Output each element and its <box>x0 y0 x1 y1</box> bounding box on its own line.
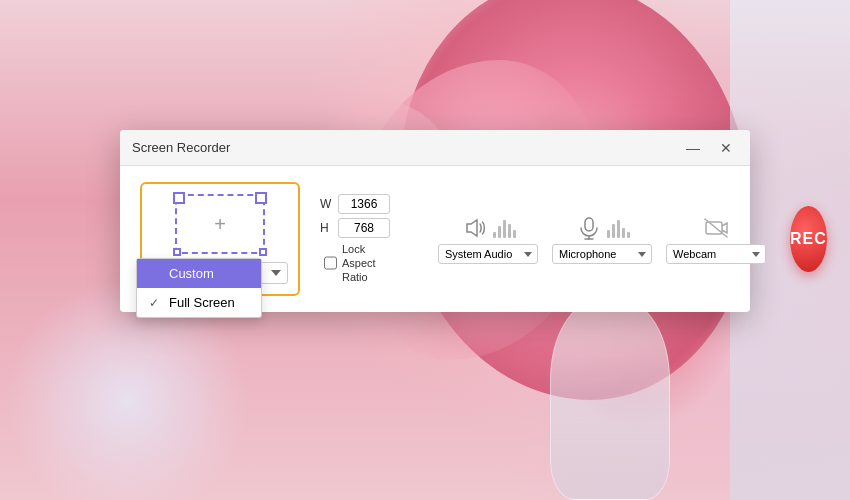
capture-area[interactable]: + <box>175 194 265 254</box>
dialog-titlebar: Screen Recorder — ✕ <box>120 130 750 166</box>
lock-aspect-ratio: Lock AspectRatio <box>324 242 390 285</box>
dialog-title: Screen Recorder <box>132 140 230 155</box>
speaker-icon <box>461 214 489 242</box>
titlebar-controls: — ✕ <box>680 139 738 157</box>
webcam-icon <box>702 214 730 242</box>
webcam-item: Webcam <box>666 214 766 264</box>
microphone-item: Microphone <box>552 214 652 264</box>
width-input[interactable] <box>338 194 390 214</box>
system-audio-item: System Audio <box>438 214 538 264</box>
bar-1 <box>493 232 496 238</box>
bar-5 <box>513 230 516 238</box>
add-region-icon: + <box>214 214 226 234</box>
corner-br <box>259 248 267 256</box>
dropdown-item-fullscreen[interactable]: ✓ Full Screen <box>137 288 261 317</box>
bar-4 <box>508 224 511 238</box>
svg-rect-3 <box>706 222 722 234</box>
microphone-icon <box>575 214 603 242</box>
bar-5 <box>627 232 630 238</box>
lock-aspect-checkbox[interactable] <box>324 256 337 270</box>
height-input[interactable] <box>338 218 390 238</box>
audio-level-bars <box>493 218 516 238</box>
bar-3 <box>617 220 620 238</box>
system-audio-icon-row <box>461 214 516 242</box>
dropdown-item-label: Custom <box>169 266 214 281</box>
bar-2 <box>498 226 501 238</box>
close-button[interactable]: ✕ <box>714 139 738 157</box>
rec-label: REC <box>790 230 827 248</box>
mic-level-bars <box>607 218 630 238</box>
bar-2 <box>612 224 615 238</box>
webcam-icon-row <box>702 214 730 242</box>
corner-bl <box>173 248 181 256</box>
dropdown-item-custom[interactable]: Custom <box>137 259 261 288</box>
svg-rect-0 <box>585 218 593 231</box>
microphone-select[interactable]: Microphone <box>552 244 652 264</box>
dropdown-item-label: Full Screen <box>169 295 235 310</box>
height-row: H <box>320 218 390 238</box>
width-label: W <box>320 197 334 211</box>
dimensions-panel: W H Lock AspectRatio <box>320 194 390 285</box>
width-row: W <box>320 194 390 214</box>
webcam-select[interactable]: Webcam <box>666 244 766 264</box>
bar-4 <box>622 228 625 238</box>
lock-aspect-label: Lock AspectRatio <box>342 242 390 285</box>
bar-3 <box>503 220 506 238</box>
system-audio-select[interactable]: System Audio <box>438 244 538 264</box>
mic-icon-row <box>575 214 630 242</box>
vase-decoration <box>550 300 670 500</box>
screen-type-dropdown-menu: Custom ✓ Full Screen <box>136 258 262 318</box>
height-label: H <box>320 221 334 235</box>
av-controls: System Audio <box>438 214 766 264</box>
rec-button[interactable]: REC <box>790 206 827 272</box>
minimize-button[interactable]: — <box>680 139 706 157</box>
check-icon: ✓ <box>149 296 163 310</box>
bar-1 <box>607 230 610 238</box>
